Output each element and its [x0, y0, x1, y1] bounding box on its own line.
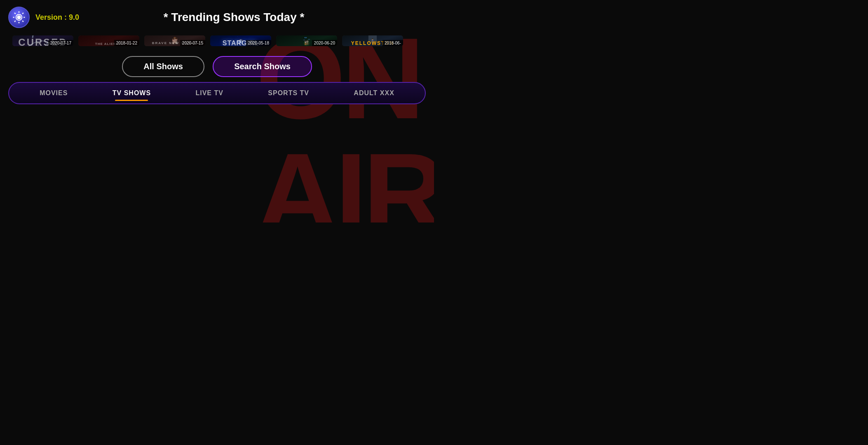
show-card-stargirl[interactable]: STARGIRL 2020-05-18 Stargirl: [210, 35, 271, 46]
tab-live-tv[interactable]: LIVE TV: [187, 87, 231, 99]
bottom-nav: MOVIES TV SHOWS LIVE TV SPORTS TV ADULT …: [8, 82, 426, 104]
tab-adult-xxx[interactable]: ADULT XXX: [345, 87, 402, 99]
svg-rect-40: [305, 43, 307, 45]
svg-point-0: [17, 15, 21, 19]
tab-sports-tv[interactable]: SPORTS TV: [260, 87, 317, 99]
version-label: Version : 9.0: [35, 13, 79, 22]
page-title: * Trending Shows Today *: [79, 11, 389, 24]
show-card-alienist[interactable]: THE ALIENISTANGEL OF DARKNESS 2018-01-22…: [78, 35, 139, 46]
yellowstone-date: 2018-06-: [382, 40, 403, 46]
search-shows-button[interactable]: Search Shows: [213, 56, 312, 77]
gear-icon: [12, 11, 26, 24]
show-card-yellowstone[interactable]: YELLOWSTON 2018-06- Yellowstone: [342, 35, 403, 46]
svg-point-22: [174, 37, 176, 38]
svg-rect-41: [307, 42, 308, 44]
all-shows-button[interactable]: All Shows: [122, 56, 204, 77]
action-buttons: All Shows Search Shows: [0, 50, 434, 82]
show-card-brave[interactable]: BRAVE NEW WORLD 2020-07-15 Brave New W..: [144, 35, 205, 46]
stargirl-date: 2020-05-18: [246, 40, 271, 46]
tab-movies[interactable]: MOVIES: [31, 87, 76, 99]
brave-date: 2020-07-15: [180, 40, 205, 46]
show-card-okay[interactable]: It's Okay toNot Be Okay 2020-06-20 It's …: [276, 35, 337, 46]
alienist-date: 2018-01-22: [114, 40, 139, 46]
show-card-cursed[interactable]: CURSED 2020-07-17 Cursed: [12, 35, 73, 46]
header: Version : 9.0 * Trending Shows Today *: [0, 0, 434, 32]
tab-tv-shows[interactable]: TV SHOWS: [104, 87, 159, 99]
settings-button[interactable]: [8, 7, 30, 28]
svg-rect-47: [372, 38, 373, 39]
okay-date: 2020-06-20: [312, 40, 337, 46]
cursed-date: 2020-07-17: [48, 40, 73, 46]
trending-shows-row: CURSED 2020-07-17 Cursed: [0, 32, 434, 50]
